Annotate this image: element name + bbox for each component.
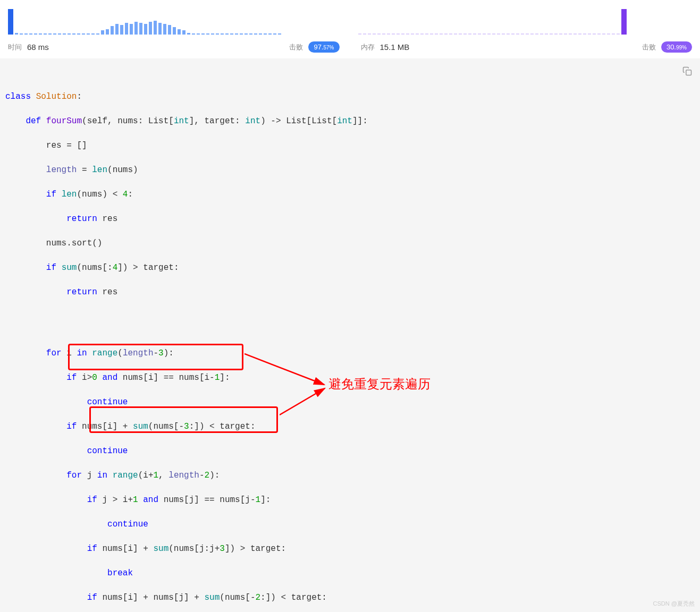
beats-badge-1: 97.57%	[308, 41, 339, 53]
highlight-box-2	[89, 406, 278, 433]
beats-label-1: 击败	[289, 42, 303, 52]
highlight-box-1	[68, 344, 243, 370]
svg-line-1	[244, 354, 324, 385]
watermark: CSDN @夏秃然	[653, 600, 695, 608]
memory-chart	[358, 5, 693, 37]
beats-badge-2: 30.99%	[661, 41, 692, 53]
code-block: class Solution: def fourSum(self, nums: …	[0, 58, 700, 612]
arrow-1	[244, 348, 330, 391]
annotation-text: 避免重复元素遍历	[328, 378, 431, 390]
arrow-2	[280, 386, 330, 418]
copy-icon[interactable]	[682, 66, 692, 76]
stats-row: 时间 68 ms 击败 97.57% 内存 15.1 MB 击败 30.99%	[8, 37, 692, 53]
memory-value: 15.1 MB	[380, 42, 410, 52]
svg-line-2	[280, 388, 325, 415]
stats-header: 时间 68 ms 击败 97.57% 内存 15.1 MB 击败 30.99%	[0, 0, 700, 58]
beats-label-2: 击败	[642, 42, 656, 52]
distribution-charts	[8, 5, 692, 37]
time-value: 68 ms	[27, 42, 49, 52]
svg-rect-0	[686, 70, 691, 75]
runtime-chart	[8, 5, 342, 37]
time-label: 时间	[8, 42, 22, 52]
memory-label: 内存	[361, 42, 375, 52]
